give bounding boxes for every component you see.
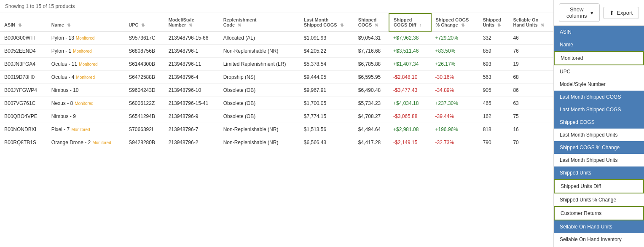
dropdown-item[interactable]: Sellable On Hand Inventory	[554, 233, 644, 246]
showing-text: Showing 1 to 15 of 15 products	[5, 3, 75, 9]
cell-model-style: 213948796-10	[164, 84, 219, 97]
cell-upc: S9573617C	[124, 31, 164, 45]
cell-replenishment: Obsolete (OB)	[219, 84, 300, 97]
table-row: B0019D78H0 Oculus - 4Monitored S6472588B…	[0, 71, 553, 84]
cell-asin: B0052EEND4	[0, 45, 47, 58]
dropdown-item[interactable]: UPC	[554, 65, 644, 78]
cell-sellable-on-hand: 68	[509, 71, 553, 84]
monitored-badge: Monitored	[79, 62, 97, 67]
cell-replenishment: Non-Replenishable (NR)	[219, 45, 300, 58]
dropdown-item[interactable]: Monitored	[554, 51, 644, 65]
monitored-badge: Monitored	[71, 127, 90, 132]
cell-shipped-cogs: $4,708.27	[354, 110, 389, 123]
cell-shipped-cogs: $9,054.31	[354, 31, 389, 45]
dropdown-item[interactable]: Shipped Units % Change	[554, 193, 644, 206]
cell-last-month-cogs: $7,774.15	[300, 110, 354, 123]
dropdown-item[interactable]: Shipped COGS % Change	[554, 141, 644, 154]
col-shipped-cogs[interactable]: ShippedCOGS ⇅	[354, 13, 389, 31]
dropdown-item[interactable]: Name	[554, 38, 644, 51]
cell-replenishment: Non-Replenishable (NR)	[219, 123, 300, 136]
show-columns-button[interactable]: Show columns ▾	[559, 3, 600, 22]
sort-icon-last-month-cogs: ⇅	[340, 23, 343, 27]
cell-upc: S6006122Z	[124, 97, 164, 110]
dropdown-item[interactable]: Last Month Shipped Units	[554, 129, 644, 141]
dropdown-item[interactable]: Last Month Shipped COGS	[554, 91, 644, 103]
cell-name: Pylon - 13Monitored	[47, 31, 124, 45]
cell-shipped-cogs-diff: +$4,034.18	[389, 97, 431, 110]
cell-upc: S6144300B	[124, 58, 164, 71]
table-row: B00JYFGWP4 Nimbus - 10 S9604243D 2139487…	[0, 84, 553, 97]
cell-shipped-cogs: $5,734.23	[354, 97, 389, 110]
cell-asin: B00RQ8TB1S	[0, 136, 47, 149]
export-label: Export	[617, 10, 633, 16]
cell-upc: S9428280B	[124, 136, 164, 149]
show-columns-label: Show columns	[565, 6, 588, 19]
cell-shipped-cogs-change: +196.96%	[431, 123, 479, 136]
monitored-badge: Monitored	[75, 101, 93, 106]
cell-shipped-cogs: $7,716.68	[354, 45, 389, 58]
cell-shipped-cogs-change: -30.16%	[431, 71, 479, 84]
products-table: ASIN ⇅ Name ⇅ UPC ⇅ Model/StyleNumber ⇅ …	[0, 13, 553, 149]
cell-asin: B000G00WTI	[0, 31, 47, 45]
col-shipped-cogs-change[interactable]: Shipped COGS% Change ⇅	[431, 13, 479, 31]
dropdown-item[interactable]: Sellable On Hand Units	[554, 220, 644, 233]
sort-icon-shipped-units: ⇅	[497, 23, 501, 27]
cell-shipped-cogs-diff: +$2,981.08	[389, 123, 431, 136]
cell-shipped-units: 818	[479, 123, 509, 136]
dropdown-item[interactable]: Shipped Units Diff	[554, 179, 644, 193]
cell-name: Nimbus - 9	[47, 110, 124, 123]
table-row: B007VG761C Nexus - 8Monitored S6006122Z …	[0, 97, 553, 110]
dropdown-item[interactable]: Last Month Shipped COGS	[554, 103, 644, 116]
col-sellable-on-hand[interactable]: Sellable OnHand Units ⇅	[509, 13, 553, 31]
col-replenishment[interactable]: ReplenishmentCode ⇅	[219, 13, 300, 31]
cell-asin: B007VG761C	[0, 97, 47, 110]
cell-last-month-cogs: $6,566.43	[300, 136, 354, 149]
cell-asin: B00NONDBXI	[0, 123, 47, 136]
cell-shipped-units: 563	[479, 71, 509, 84]
sort-icon-model: ⇅	[189, 23, 192, 27]
sort-icon-upc: ⇅	[141, 23, 145, 27]
cell-replenishment: Limited Replenishment (LR)	[219, 58, 300, 71]
cell-shipped-units: 332	[479, 31, 509, 45]
cell-last-month-cogs: $1,513.56	[300, 123, 354, 136]
monitored-badge: Monitored	[76, 75, 95, 80]
dropdown-toolbar: Show columns ▾ ⬆ Export	[554, 0, 644, 26]
table-row: B00NONDBXI Pixel - 7Monitored S7066392I …	[0, 123, 553, 136]
cell-last-month-cogs: $1,091.93	[300, 31, 354, 45]
table-header-row: ASIN ⇅ Name ⇅ UPC ⇅ Model/StyleNumber ⇅ …	[0, 13, 553, 31]
cell-model-style: 213948796-2	[164, 136, 219, 149]
sort-icon-cogs-diff: ↑	[419, 23, 421, 27]
dropdown-item[interactable]: Shipped Units	[554, 166, 644, 179]
cell-shipped-cogs-diff: +$7,962.38	[389, 31, 431, 45]
col-asin[interactable]: ASIN ⇅	[0, 13, 47, 31]
cell-replenishment: Obsolete (OB)	[219, 97, 300, 110]
col-shipped-cogs-diff[interactable]: ShippedCOGS Diff ↑	[389, 13, 431, 31]
cell-shipped-cogs: $6,785.88	[354, 58, 389, 71]
cell-model-style: 213948796-15-66	[164, 31, 219, 45]
col-shipped-units[interactable]: ShippedUnits ⇅	[479, 13, 509, 31]
cell-shipped-cogs-diff: -$3,065.88	[389, 110, 431, 123]
dropdown-item[interactable]: Shipped COGS	[554, 116, 644, 129]
cell-upc: S9604243D	[124, 84, 164, 97]
col-name[interactable]: Name ⇅	[47, 13, 124, 31]
col-model-style[interactable]: Model/StyleNumber ⇅	[164, 13, 219, 31]
cell-shipped-cogs-change: +729.20%	[431, 31, 479, 45]
cell-shipped-cogs-diff: -$2,848.10	[389, 71, 431, 84]
cell-last-month-cogs: $9,967.91	[300, 84, 354, 97]
cell-shipped-units: 162	[479, 110, 509, 123]
dropdown-item[interactable]: Customer Returns	[554, 206, 644, 220]
sort-icon-name: ⇅	[67, 23, 70, 27]
cell-name: Oculus - 11Monitored	[47, 58, 124, 71]
col-last-month-cogs[interactable]: Last MonthShipped COGS ⇅	[300, 13, 354, 31]
table-row: B000G00WTI Pylon - 13Monitored S9573617C…	[0, 31, 553, 45]
monitored-badge: Monitored	[76, 36, 94, 40]
toolbar: Showing 1 to 15 of 15 products	[0, 0, 553, 13]
dropdown-item[interactable]: ASIN	[554, 26, 644, 38]
col-upc[interactable]: UPC ⇅	[124, 13, 164, 31]
export-button[interactable]: ⬆ Export	[603, 7, 639, 19]
dropdown-item[interactable]: Model/Style Number	[554, 78, 644, 91]
cell-asin: B00QBO4VPE	[0, 110, 47, 123]
cell-model-style: 213948796-9	[164, 110, 219, 123]
dropdown-item[interactable]: Last Month Shipped Units	[554, 154, 644, 166]
table-row: B00JN3FGA4 Oculus - 11Monitored S6144300…	[0, 58, 553, 71]
